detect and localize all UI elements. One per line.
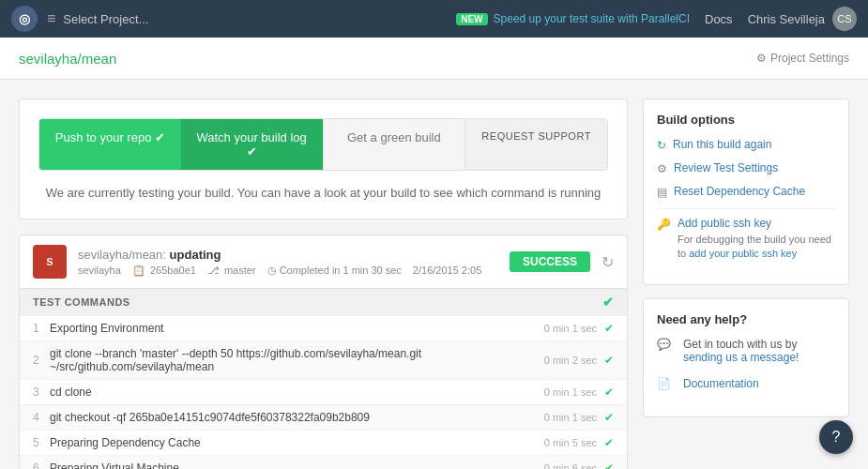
cmd-check-icon: ✔ <box>604 436 614 449</box>
cmd-num: 2 <box>33 354 50 367</box>
time-icon: ◷ <box>267 265 277 276</box>
cmd-text: Exporting Environment <box>50 322 544 335</box>
ssh-link[interactable]: add your public ssh key <box>689 248 797 259</box>
cmd-text: git clone --branch 'master' --depth 50 h… <box>50 347 544 373</box>
status-badge: SUCCESS <box>510 251 590 272</box>
branch-ref: ⎇ master <box>207 265 256 277</box>
review-settings-action[interactable]: ⚙ Review Test Settings <box>657 161 835 175</box>
table-row[interactable]: 4 git checkout -qf 265ba0e14151c9074dfe5… <box>20 404 627 430</box>
cmd-time: 0 min 1 sec <box>544 323 597 334</box>
step-push[interactable]: Push to your repo ✔ <box>39 119 181 170</box>
review-settings-label[interactable]: Review Test Settings <box>674 161 778 174</box>
reset-cache-label[interactable]: Reset Dependency Cache <box>674 185 805 198</box>
database-icon: ▤ <box>657 186 667 199</box>
refresh-action-icon: ↻ <box>657 139 666 152</box>
cmd-check-icon: ✔ <box>604 354 614 367</box>
user-name: Chris Sevilleja <box>748 12 825 26</box>
docs-link[interactable]: Docs <box>705 12 733 26</box>
cmd-num: 6 <box>33 461 50 469</box>
cmd-time: 0 min 1 sec <box>544 386 597 398</box>
build-options-card: Build options ↻ Run this build again ⚙ R… <box>643 98 849 285</box>
top-nav: ◎ ≡ Select Project... NEW Speed up your … <box>0 0 868 38</box>
cmd-time: 0 min 6 sec <box>544 462 597 469</box>
cmd-time: 0 min 2 sec <box>544 355 597 366</box>
step-green-build[interactable]: Get a green build <box>323 119 465 170</box>
add-ssh-key-action[interactable]: 🔑 Add public ssh key For debugging the b… <box>657 217 835 262</box>
cmd-text: Preparing Dependency Cache <box>50 436 544 449</box>
commit-icon: 📋 <box>132 265 145 276</box>
build-avatar: S <box>33 245 67 279</box>
question-icon: ? <box>832 429 841 446</box>
contact-link[interactable]: sending us a message! <box>683 351 799 364</box>
completed-text: ◷ Completed in 1 min 30 sec <box>267 265 402 277</box>
promo-badge: NEW <box>456 13 487 25</box>
reset-cache-action[interactable]: ▤ Reset Dependency Cache <box>657 185 835 199</box>
project-path[interactable]: sevilayha/mean <box>19 51 116 67</box>
cmd-num: 5 <box>33 436 50 449</box>
build-row: S sevilayha/mean: updating sevilayha 📋 2… <box>19 234 628 469</box>
docs-icon: 📄 <box>657 377 671 390</box>
gear-settings-icon: ⚙ <box>657 162 667 175</box>
commands-list: 1 Exporting Environment 0 min 1 sec ✔ 2 … <box>20 315 627 469</box>
chat-icon: 💬 <box>657 338 671 351</box>
cmd-check-icon: ✔ <box>604 386 614 399</box>
build-meta: sevilayha 📋 265ba0e1 ⎇ master ◷ Complete… <box>78 265 498 277</box>
cmd-check-icon: ✔ <box>604 461 614 469</box>
org-name: sevilayha <box>78 265 121 276</box>
step-watch[interactable]: Watch your build log ✔ <box>181 119 323 170</box>
select-project[interactable]: Select Project... <box>63 12 148 26</box>
build-options-title: Build options <box>657 113 835 127</box>
gear-icon: ⚙ <box>756 52 767 65</box>
docs-action[interactable]: 📄 Documentation <box>657 377 835 394</box>
run-again-action[interactable]: ↻ Run this build again <box>657 138 835 152</box>
step-support[interactable]: REQUEST SUPPORT <box>464 119 607 170</box>
sub-header: sevilayha/mean ⚙ Project Settings <box>0 38 868 80</box>
center-panel: Push to your repo ✔ Watch your build log… <box>19 98 628 469</box>
help-card: Need any help? 💬 Get in touch with us by… <box>643 298 849 417</box>
test-commands-header: TEST COMMANDS ✔ <box>20 288 627 315</box>
progress-message: We are currently testing your build. You… <box>38 186 608 200</box>
promo-text[interactable]: Speed up your test suite with ParallelCI <box>494 12 690 25</box>
cmd-check-icon: ✔ <box>604 322 614 335</box>
cmd-text: git checkout -qf 265ba0e14151c9074dfe5f6… <box>50 411 544 424</box>
table-row[interactable]: 1 Exporting Environment 0 min 1 sec ✔ <box>20 315 627 340</box>
build-title: sevilayha/mean: updating <box>78 248 498 262</box>
refresh-icon[interactable]: ↻ <box>602 253 614 271</box>
app-logo: ◎ <box>11 6 38 32</box>
build-branch-label: updating <box>170 248 221 262</box>
table-row[interactable]: 3 cd clone 0 min 1 sec ✔ <box>20 379 627 404</box>
cmd-time: 0 min 5 sec <box>544 437 597 448</box>
test-commands-label: TEST COMMANDS <box>33 296 130 308</box>
cmd-time: 0 min 1 sec <box>544 412 597 423</box>
progress-steps: Push to your repo ✔ Watch your build log… <box>38 118 608 171</box>
contact-action: 💬 Get in touch with us by sending us a m… <box>657 338 835 368</box>
cmd-num: 3 <box>33 386 50 399</box>
project-settings-label[interactable]: Project Settings <box>770 52 849 65</box>
progress-card: Push to your repo ✔ Watch your build log… <box>19 98 628 219</box>
branch-icon: ⎇ <box>207 265 220 276</box>
project-settings[interactable]: ⚙ Project Settings <box>756 52 849 65</box>
header-check-icon: ✔ <box>602 295 615 310</box>
docs-link[interactable]: Documentation <box>683 377 759 390</box>
table-row[interactable]: 6 Preparing Virtual Machine 0 min 6 sec … <box>20 455 627 469</box>
right-sidebar: Build options ↻ Run this build again ⚙ R… <box>643 98 849 469</box>
contact-text: Get in touch with us by <box>683 338 797 351</box>
cmd-num: 1 <box>33 322 50 335</box>
table-row[interactable]: 5 Preparing Dependency Cache 0 min 5 sec… <box>20 430 627 455</box>
cmd-num: 4 <box>33 411 50 424</box>
key-icon: 🔑 <box>657 218 671 231</box>
help-float-button[interactable]: ? <box>819 420 853 454</box>
main-content: Push to your repo ✔ Watch your build log… <box>0 80 868 469</box>
build-info: S sevilayha/mean: updating sevilayha 📋 2… <box>20 235 627 288</box>
hamburger-menu[interactable]: ≡ <box>47 10 55 27</box>
add-ssh-key-label[interactable]: Add public ssh key <box>678 217 771 230</box>
help-title: Need any help? <box>657 312 835 326</box>
cmd-check-icon: ✔ <box>604 411 614 424</box>
ssh-note: For debugging the build you need to add … <box>678 233 835 262</box>
build-repo: sevilayha/mean: <box>78 248 166 262</box>
run-again-label[interactable]: Run this build again <box>673 138 771 151</box>
commit-ref: 📋 265ba0e1 <box>132 265 196 277</box>
user-avatar[interactable]: CS <box>832 7 857 31</box>
build-date: 2/16/2015 2:05 <box>413 265 481 276</box>
table-row[interactable]: 2 git clone --branch 'master' --depth 50… <box>20 340 627 379</box>
